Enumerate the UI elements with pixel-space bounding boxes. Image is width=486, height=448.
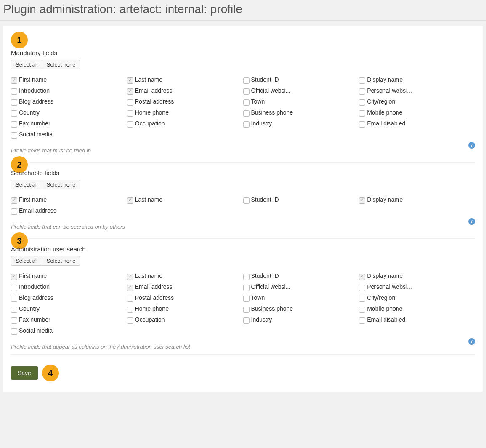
field-checkbox[interactable]: [359, 77, 365, 84]
checkbox-item: Business phone: [243, 304, 359, 315]
field-checkbox[interactable]: [359, 307, 365, 313]
checkbox-item: Personal websi...: [359, 283, 475, 293]
field-checkbox[interactable]: [243, 99, 250, 106]
field-label: Postal address: [135, 98, 174, 105]
field-label: Email address: [135, 87, 173, 94]
field-checkbox[interactable]: [11, 88, 17, 95]
help-mandatory: Profile fields that must be filled in: [11, 147, 91, 154]
field-checkbox[interactable]: [11, 274, 17, 280]
field-checkbox[interactable]: [243, 197, 250, 204]
checkbox-item: Fax number: [11, 315, 127, 326]
field-checkbox[interactable]: [127, 317, 133, 324]
checkbox-item: Email address: [11, 206, 127, 217]
field-checkbox[interactable]: [11, 121, 17, 128]
divider: [11, 354, 475, 355]
field-checkbox[interactable]: [11, 132, 17, 139]
field-label: Display name: [367, 76, 403, 83]
field-checkbox[interactable]: [11, 285, 17, 291]
field-checkbox[interactable]: [359, 296, 365, 302]
field-checkbox[interactable]: [243, 121, 250, 128]
checkbox-item: Display name: [359, 195, 475, 206]
field-label: Student ID: [251, 76, 279, 83]
field-checkbox[interactable]: [127, 99, 133, 106]
checkbox-item: Blog address: [11, 97, 127, 108]
select-all-button[interactable]: Select all: [11, 60, 42, 69]
field-checkbox[interactable]: [127, 296, 133, 302]
select-none-button[interactable]: Select none: [42, 256, 80, 266]
checkbox-item: Student ID: [243, 195, 359, 206]
checkbox-item: Student ID: [243, 272, 359, 283]
info-icon[interactable]: i: [468, 338, 475, 345]
save-button[interactable]: Save: [11, 366, 38, 380]
field-checkbox[interactable]: [127, 197, 133, 204]
field-checkbox[interactable]: [11, 77, 17, 84]
field-checkbox[interactable]: [11, 296, 17, 302]
checkbox-item: City/region: [359, 293, 475, 304]
field-checkbox[interactable]: [243, 285, 250, 291]
field-label: Introduction: [19, 87, 50, 94]
field-checkbox[interactable]: [11, 110, 17, 117]
field-checkbox[interactable]: [359, 285, 365, 291]
field-checkbox[interactable]: [359, 274, 365, 280]
field-checkbox[interactable]: [243, 110, 250, 117]
checkbox-item: Introduction: [11, 86, 127, 97]
field-checkbox[interactable]: [127, 274, 133, 280]
field-checkbox[interactable]: [359, 99, 365, 106]
info-icon[interactable]: i: [468, 218, 475, 225]
divider: [29, 238, 475, 239]
info-icon[interactable]: i: [468, 142, 475, 149]
divider: [29, 162, 475, 163]
field-checkbox[interactable]: [127, 285, 133, 291]
checkbox-item: Business phone: [243, 108, 359, 119]
field-checkbox[interactable]: [11, 307, 17, 313]
checkbox-item: Country: [11, 108, 127, 119]
checkbox-item: Last name: [127, 195, 243, 206]
field-checkbox[interactable]: [359, 88, 365, 95]
checkbox-item: Postal address: [127, 293, 243, 304]
select-all-button[interactable]: Select all: [11, 180, 42, 189]
field-label: Email disabled: [367, 120, 405, 127]
page-header: Plugin administration: artefact: interna…: [0, 0, 486, 21]
field-checkbox[interactable]: [11, 99, 17, 106]
field-checkbox[interactable]: [11, 208, 17, 215]
field-label: City/region: [367, 294, 395, 301]
field-checkbox[interactable]: [359, 110, 365, 117]
field-label: Personal websi...: [367, 283, 412, 290]
select-all-button[interactable]: Select all: [11, 256, 42, 266]
field-checkbox[interactable]: [243, 88, 250, 95]
field-checkbox[interactable]: [359, 121, 365, 128]
checkbox-item: Email address: [127, 283, 243, 293]
field-checkbox[interactable]: [11, 328, 17, 335]
select-none-button[interactable]: Select none: [42, 60, 80, 69]
field-checkbox[interactable]: [243, 296, 250, 302]
field-checkbox[interactable]: [11, 197, 17, 204]
field-label: Last name: [135, 196, 162, 203]
field-checkbox[interactable]: [243, 307, 250, 313]
field-checkbox[interactable]: [243, 317, 250, 324]
config-panel: 1 Mandatory fields Select all Select non…: [3, 26, 483, 392]
field-label: Business phone: [251, 109, 293, 116]
field-checkbox[interactable]: [127, 77, 133, 84]
field-label: Blog address: [19, 98, 53, 105]
field-label: First name: [19, 196, 47, 203]
checkbox-item: First name: [11, 195, 127, 206]
btn-group-mandatory: Select all Select none: [11, 60, 80, 69]
field-label: Display name: [367, 272, 403, 279]
field-checkbox[interactable]: [11, 317, 17, 324]
select-none-button[interactable]: Select none: [42, 180, 80, 189]
legend-searchable: Searchable fields: [11, 169, 475, 176]
field-checkbox[interactable]: [127, 88, 133, 95]
field-checkbox[interactable]: [359, 317, 365, 324]
checkbox-item: Last name: [127, 272, 243, 283]
field-checkbox[interactable]: [243, 274, 250, 280]
field-checkbox[interactable]: [127, 121, 133, 128]
legend-mandatory: Mandatory fields: [11, 49, 475, 56]
field-checkbox[interactable]: [127, 307, 133, 313]
field-label: Introduction: [19, 283, 50, 290]
field-checkbox[interactable]: [243, 77, 250, 84]
help-adminsearch: Profile fields that appear as columns on…: [11, 344, 190, 350]
checkbox-item: First name: [11, 272, 127, 283]
field-checkbox[interactable]: [127, 110, 133, 117]
legend-adminsearch: Administration user search: [11, 245, 475, 253]
field-checkbox[interactable]: [359, 197, 365, 204]
